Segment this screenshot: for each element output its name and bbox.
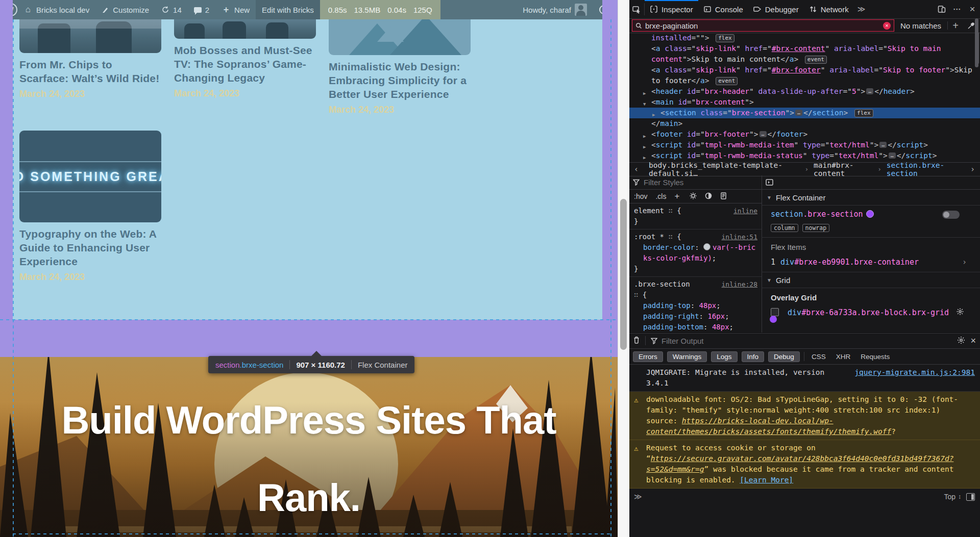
console-prompt-icon: ≫ <box>634 492 642 501</box>
expand-arrow-icon[interactable]: ▶ <box>643 152 646 162</box>
tab-network[interactable]: Network <box>804 0 854 18</box>
light-theme-icon[interactable] <box>690 192 697 201</box>
markup-node[interactable]: ▶<script id="tmpl-rwmb-media-item" type=… <box>629 140 980 150</box>
filter-styles-input[interactable]: Filter Styles <box>629 175 762 190</box>
console-filter-logs[interactable]: Logs <box>711 351 737 362</box>
post-card[interactable]: Minimalistic Web Design: Embracing Simpl… <box>329 19 471 115</box>
devtools-menu-button[interactable]: ⋯ <box>949 0 965 18</box>
console-filter-xhr[interactable]: XHR <box>833 353 854 361</box>
print-media-icon[interactable] <box>720 192 727 201</box>
console-filter-debug[interactable]: Debug <box>768 351 800 362</box>
collapsed-children-icon[interactable]: … <box>760 131 767 137</box>
tab-debugger[interactable]: Debugger <box>748 0 804 18</box>
flex-highlight-color-swatch[interactable] <box>866 210 874 218</box>
markup-node[interactable]: <a class="skip-link" href="#brx-content"… <box>629 43 980 65</box>
markup-node[interactable]: ▶<header id="brx-header" data-slide-up-a… <box>629 86 980 97</box>
markup-node[interactable]: </main> <box>629 118 980 129</box>
comments-icon <box>194 7 202 13</box>
css-rule[interactable]: inline:51:root * ∷ {border-color: var(--… <box>629 229 762 277</box>
flex-item-row[interactable]: 1 div#brxe-eb9901.brxe-container › <box>762 253 980 272</box>
post-thumbnail[interactable] <box>19 19 161 53</box>
learn-more-link[interactable]: [Learn More] <box>740 476 793 484</box>
message-source-link[interactable]: jquery-migrate.min.js:2:981 <box>854 367 975 378</box>
pseudo-class-button[interactable]: :hov <box>634 192 647 200</box>
filter-output-input[interactable]: Filter Output <box>651 337 704 345</box>
color-swatch[interactable] <box>703 243 710 250</box>
page-scrollbar-thumb[interactable] <box>620 199 627 350</box>
collapsed-children-icon[interactable]: … <box>879 142 887 148</box>
post-title[interactable]: Minimalistic Web Design: Embracing Simpl… <box>329 60 471 101</box>
admin-bar-customize[interactable]: Customize <box>95 0 155 19</box>
markup-node[interactable]: ▶<script id="tmpl-rwmb-media-status" typ… <box>629 150 980 161</box>
dark-theme-icon[interactable] <box>705 192 712 201</box>
console-filter-css[interactable]: CSS <box>808 353 829 361</box>
class-toggle-button[interactable]: .cls <box>655 192 666 200</box>
more-tabs-button[interactable]: ≫ <box>854 0 869 18</box>
console-filter-warnings[interactable]: Warnings <box>667 351 707 362</box>
clear-search-icon[interactable]: × <box>883 22 891 30</box>
sidebar-toggle-icon[interactable] <box>762 179 777 186</box>
console-filter-errors[interactable]: Errors <box>633 351 663 362</box>
add-rule-button[interactable]: + <box>674 191 679 201</box>
post-thumbnail-neon[interactable]: DO SOMETHING GREAT <box>19 131 161 222</box>
flex-overlay-toggle[interactable] <box>942 211 960 219</box>
admin-bar-edit-with-bricks[interactable]: Edit with Bricks <box>256 0 320 19</box>
infobar-tag: section <box>215 361 240 369</box>
grid-item-row[interactable]: div#brxe-6a733a.brxe-block.brx-grid <box>762 304 980 319</box>
tab-inspector[interactable]: Inspector <box>645 0 698 18</box>
console-filter-info[interactable]: Info <box>742 351 765 362</box>
console-close-icon[interactable]: × <box>970 336 976 346</box>
rule-source-link[interactable]: inline <box>733 206 757 216</box>
markup-node[interactable]: installed=""> flex <box>629 33 980 43</box>
collapsed-children-icon[interactable]: … <box>889 152 896 159</box>
frame-selector[interactable]: Top↕ <box>944 493 961 501</box>
admin-bar-comments[interactable]: 2 <box>188 0 215 19</box>
console-filter-requests[interactable]: Requests <box>857 353 893 361</box>
post-card[interactable]: Mob Bosses and Must-See TV: The Sopranos… <box>174 19 316 99</box>
responsive-design-mode-button[interactable] <box>934 0 949 18</box>
split-console-icon[interactable] <box>966 493 975 501</box>
collapsed-children-icon[interactable]: … <box>795 110 802 116</box>
markup-node-selected[interactable]: ▶<section class="brxe-section">…</sectio… <box>629 108 980 118</box>
post-card[interactable]: DO SOMETHING GREAT Typography on the Web… <box>19 131 161 283</box>
console-input-row[interactable]: ≫ Top↕ <box>629 489 980 505</box>
admin-bar-new[interactable]: + New <box>215 0 256 19</box>
create-new-node-button[interactable]: + <box>948 20 963 32</box>
admin-bar-account[interactable]: Howdy, charaf <box>517 0 593 19</box>
markup-node[interactable]: ▼<main id="brx-content"> <box>629 97 980 108</box>
page-scrollbar[interactable] <box>618 0 629 537</box>
collapsed-children-icon[interactable]: … <box>866 88 873 94</box>
markup-node[interactable]: ▶<footer id="brx-footer">…</footer> <box>629 129 980 140</box>
query-monitor-stats[interactable]: 0.85s13.5MB0.04s125Q <box>320 0 440 19</box>
post-thumbnail[interactable] <box>174 19 316 39</box>
grid-overlay-checkbox[interactable] <box>771 308 779 316</box>
search-html-input[interactable]: brxe-pagination × <box>632 19 894 32</box>
rule-source-link[interactable]: inline:51 <box>722 232 757 242</box>
grid-settings-icon[interactable] <box>957 308 964 317</box>
debugger-icon <box>753 5 762 13</box>
admin-bar-updates[interactable]: 14 <box>155 0 188 19</box>
flex-container-selector[interactable]: section.brxe-section columnnowrap <box>762 206 980 238</box>
admin-bar-site[interactable]: ⌂ Bricks local dev <box>17 0 95 19</box>
devtools-close-button[interactable]: × <box>965 0 980 18</box>
css-rule[interactable]: inline:28.brxe-section∷ {padding-top: 48… <box>629 277 762 333</box>
console-settings-gear-icon[interactable] <box>957 336 965 346</box>
markup-node[interactable]: <a class="skip-link" href="#brx-footer" … <box>629 65 980 86</box>
post-thumbnail-placeholder[interactable] <box>329 19 471 55</box>
warning-url-link[interactable]: https://bricks-local-dev.local/wp-conten… <box>646 417 891 436</box>
badge-event: event <box>716 77 738 85</box>
element-picker-button[interactable] <box>629 0 644 18</box>
rule-source-link[interactable]: inline:28 <box>722 279 757 290</box>
css-rule[interactable]: inlineelement ∷ {} <box>629 203 762 229</box>
post-title[interactable]: Mob Bosses and Must-See TV: The Sopranos… <box>174 44 316 85</box>
post-title[interactable]: From Mr. Chips to Scarface: Walt’s Wild … <box>19 58 161 86</box>
clear-console-icon[interactable] <box>633 336 640 345</box>
grid-section-header[interactable]: ▼ Grid <box>762 272 980 288</box>
flex-section-header[interactable]: ▼ Flex Container <box>762 190 980 206</box>
tab-console[interactable]: Console <box>698 0 748 18</box>
layout-scrollbar-thumb[interactable] <box>975 36 979 64</box>
breadcrumb-scroll-right-icon[interactable]: › <box>965 165 980 174</box>
post-title[interactable]: Typography on the Web: A Guide to Enhanc… <box>19 227 161 269</box>
breadcrumb-scroll-left-icon[interactable]: ‹ <box>629 165 644 174</box>
post-card[interactable]: From Mr. Chips to Scarface: Walt’s Wild … <box>19 19 161 99</box>
